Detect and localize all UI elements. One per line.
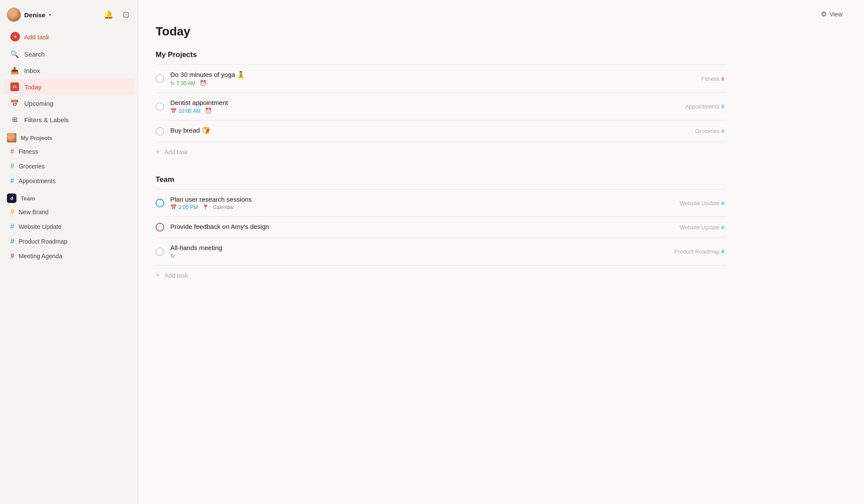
search-icon: 🔍	[10, 50, 19, 58]
table-row: Do 30 minutes of yoga 🧘 ↻ 7:30 AM ⏰ Fitn…	[156, 65, 726, 93]
today-icon: 21	[10, 82, 19, 91]
task-time: 📅 2:00 PM	[170, 204, 198, 210]
team-label: Team	[21, 195, 35, 202]
team-section-title: Team	[156, 175, 726, 184]
sidebar-item-website-update[interactable]: # Website Update	[3, 220, 134, 234]
calendar-location-icon: 📍	[202, 204, 209, 210]
plus-icon: +	[156, 147, 160, 156]
hash-icon: #	[10, 223, 14, 231]
project-label: Website Update	[19, 223, 61, 230]
task-checkbox[interactable]	[156, 74, 164, 83]
task-checkbox[interactable]	[156, 199, 164, 207]
hash-icon: #	[721, 128, 724, 134]
task-main: All-hands meeting ↻	[170, 244, 674, 259]
view-icon: ⚙	[821, 10, 827, 18]
sidebar-item-label: Inbox	[24, 67, 40, 74]
hash-icon: #	[721, 76, 724, 82]
add-task-inline-button[interactable]: + Add task	[156, 142, 726, 162]
sidebar-item-today[interactable]: 21 Today	[3, 79, 134, 95]
task-name: Dentist appointment	[170, 99, 685, 106]
sidebar-item-new-brand[interactable]: # New Brand	[3, 205, 134, 219]
task-checkbox[interactable]	[156, 223, 164, 231]
table-row: Plan user research sessions 📅 2:00 PM 📍 …	[156, 190, 726, 217]
task-project-name: Website Update	[680, 200, 720, 206]
recur-icon: ↻	[170, 253, 175, 259]
avatar-image	[7, 8, 21, 22]
task-name: Plan user research sessions	[170, 196, 680, 203]
project-label: Meeting Agenda	[19, 253, 62, 260]
hash-icon: #	[721, 200, 724, 206]
hash-icon: #	[10, 148, 14, 155]
user-name: Denise	[24, 11, 45, 19]
plus-icon: +	[156, 271, 160, 280]
task-project: Website Update #	[680, 200, 727, 206]
sidebar-item-label: Filters & Labels	[24, 116, 69, 124]
sidebar-item-product-roadmap[interactable]: # Product Roadmap	[3, 235, 134, 248]
table-row: Provide feedback on Amy's design Website…	[156, 217, 726, 238]
task-name: Provide feedback on Amy's design	[170, 223, 680, 230]
hash-icon: #	[721, 103, 724, 110]
task-project-name: Fitness	[701, 76, 720, 82]
my-projects-task-list: Do 30 minutes of yoga 🧘 ↻ 7:30 AM ⏰ Fitn…	[156, 64, 726, 162]
add-task-inline-label: Add task	[165, 272, 188, 279]
sidebar-item-inbox[interactable]: 📥 Inbox	[3, 63, 134, 78]
table-row: Buy bread 🍞 Groceries #	[156, 120, 726, 142]
task-project-name: Product Roadmap	[674, 248, 720, 255]
task-meta: ↻	[170, 253, 674, 259]
avatar	[7, 8, 21, 22]
my-projects-section-header: My Projects	[0, 128, 138, 144]
team-section: Team Plan user research sessions 📅 2:00 …	[156, 175, 726, 285]
calendar-icon: 📅	[170, 108, 177, 114]
task-project-name: Appointments	[685, 103, 720, 110]
add-task-inline-label: Add task	[165, 149, 188, 155]
my-projects-avatar	[7, 133, 16, 143]
hash-icon: #	[10, 252, 14, 260]
task-meta: 📅 2:00 PM 📍 Calendar	[170, 204, 680, 210]
sidebar-item-fitness[interactable]: # Fitness	[3, 145, 134, 158]
task-name: Buy bread 🍞	[170, 127, 695, 134]
sidebar-item-meeting-agenda[interactable]: # Meeting Agenda	[3, 249, 134, 263]
task-checkbox[interactable]	[156, 247, 164, 256]
task-time: ↻ 7:30 AM	[170, 80, 195, 86]
sidebar-item-filters[interactable]: ⊞ Filters & Labels	[3, 112, 134, 127]
chevron-down-icon: ▾	[49, 12, 51, 18]
task-checkbox[interactable]	[156, 102, 164, 111]
hash-icon: #	[721, 224, 724, 231]
sidebar-item-label: Upcoming	[24, 100, 54, 107]
layout-icon: ⊡	[123, 10, 129, 19]
task-meta: 📅 10:00 AM ⏰	[170, 108, 685, 114]
add-task-team-inline-button[interactable]: + Add task	[156, 266, 726, 285]
layout-button[interactable]: ⊡	[121, 8, 131, 21]
project-label: New Brand	[19, 209, 48, 216]
view-label: View	[829, 11, 842, 18]
hash-icon: #	[10, 177, 14, 185]
task-project: Appointments #	[685, 103, 726, 110]
team-section-header: d Team	[0, 188, 138, 205]
task-calendar-label: Calendar	[213, 204, 234, 210]
task-checkbox[interactable]	[156, 127, 164, 136]
user-profile[interactable]: Denise ▾	[7, 8, 51, 22]
hash-icon: #	[10, 162, 14, 170]
sidebar-item-appointments[interactable]: # Appointments	[3, 174, 134, 188]
view-button[interactable]: ⚙ View	[816, 8, 847, 20]
project-label: Appointments	[19, 178, 56, 184]
notifications-button[interactable]: 🔔	[102, 8, 115, 21]
sidebar-item-groceries[interactable]: # Groceries	[3, 159, 134, 173]
project-label: Product Roadmap	[19, 238, 67, 245]
task-main: Buy bread 🍞	[170, 127, 695, 136]
main-content: ⚙ View Today My Projects Do 30 minutes o…	[138, 0, 864, 504]
bell-icon: 🔔	[104, 10, 113, 19]
main-body: Today My Projects Do 30 minutes of yoga …	[138, 25, 743, 302]
task-time: 📅 10:00 AM	[170, 108, 201, 114]
add-task-label: Add task	[24, 33, 49, 41]
sidebar-item-upcoming[interactable]: 📅 Upcoming	[3, 95, 134, 111]
calendar-icon: 📅	[170, 204, 177, 210]
sidebar-item-search[interactable]: 🔍 Search	[3, 46, 134, 62]
main-toolbar: ⚙ View	[138, 0, 864, 25]
table-row: Dentist appointment 📅 10:00 AM ⏰ Appoint…	[156, 93, 726, 120]
add-task-button[interactable]: + Add task	[3, 29, 134, 45]
task-main: Do 30 minutes of yoga 🧘 ↻ 7:30 AM ⏰	[170, 71, 701, 86]
task-meta: ↻ 7:30 AM ⏰	[170, 80, 701, 86]
project-label: Groceries	[19, 163, 45, 170]
sidebar-item-label: Search	[24, 51, 45, 58]
